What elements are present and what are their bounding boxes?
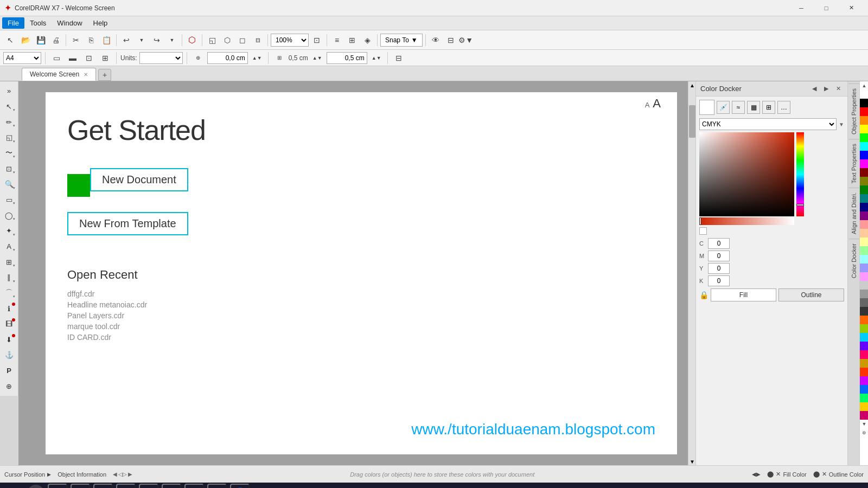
color-palette-btn[interactable]: ▦ <box>747 101 760 114</box>
undo-btn[interactable]: ↩ <box>119 33 133 47</box>
page-orient-landscape[interactable]: ▬ <box>66 51 80 65</box>
tb-btn-2[interactable]: ⬡ <box>220 33 234 47</box>
cmyk-y-input[interactable] <box>708 263 730 274</box>
tb-btn-3[interactable]: ◻ <box>235 33 250 47</box>
start-button[interactable]: ⊞ <box>4 484 24 488</box>
coord-up-btn[interactable]: ▲▼ <box>250 51 264 65</box>
palette-color-swatch[interactable] <box>860 394 868 402</box>
taskbar-powerpoint[interactable]: 📊 <box>162 484 181 488</box>
page-extra-btn[interactable]: ⊞ <box>98 51 112 65</box>
page-orient-portrait[interactable]: ▭ <box>49 51 63 65</box>
h-scroll-end-btn[interactable]: ◀▶ <box>752 471 761 477</box>
tool-text[interactable]: A▾ <box>2 239 17 254</box>
select-tool-btn[interactable]: ↖ <box>3 33 17 47</box>
h-scroll-left[interactable]: ◀ <box>113 471 117 477</box>
x-coord-input[interactable] <box>207 52 248 64</box>
snap-to-btn[interactable]: Snap To ▼ <box>380 34 423 47</box>
copy-btn[interactable]: ⎘ <box>84 33 98 47</box>
palette-color-swatch[interactable] <box>860 402 868 411</box>
eyedropper-btn[interactable]: 💉 <box>717 101 730 114</box>
tool-anchor[interactable]: ⚓ <box>2 348 17 363</box>
zoom-fit-btn[interactable]: ⊡ <box>310 33 324 47</box>
tb-btn-1[interactable]: ◱ <box>205 33 219 47</box>
color-gradient-field[interactable] <box>699 132 794 216</box>
palette-color-swatch[interactable] <box>860 229 868 237</box>
palette-color-swatch[interactable] <box>860 324 868 333</box>
tb-btn-4[interactable]: ⧈ <box>251 33 265 47</box>
taskbar-coreldraw[interactable]: ● <box>116 484 136 488</box>
color-hue-slider[interactable] <box>796 132 804 216</box>
tool-parallel[interactable]: ∥▾ <box>2 270 17 285</box>
h-scroll-arrows[interactable]: ◁▷ <box>118 471 127 477</box>
tool-connector[interactable]: ⌒▾ <box>2 286 17 301</box>
menu-window[interactable]: Window <box>52 17 87 29</box>
save-btn[interactable]: 💾 <box>34 33 48 47</box>
taskbar-file-explorer[interactable]: 📁 <box>48 484 67 488</box>
palette-color-swatch[interactable] <box>860 385 868 394</box>
docker-navigate-right[interactable]: ▶ <box>821 84 831 94</box>
palette-color-swatch[interactable] <box>860 125 868 133</box>
palette-color-swatch[interactable] <box>860 246 868 255</box>
fill-button[interactable]: Fill <box>711 288 776 301</box>
size-up-btn[interactable]: ▲▼ <box>310 51 324 65</box>
tool-ellipse[interactable]: ◯▾ <box>2 208 17 223</box>
palette-color-swatch[interactable] <box>860 177 868 185</box>
palette-color-swatch[interactable] <box>860 168 868 177</box>
align-distribute-tab[interactable]: Align and Distri. <box>848 188 859 239</box>
menu-file[interactable]: File <box>2 17 24 29</box>
taskbar-app5[interactable]: 📌 <box>139 484 158 488</box>
color-mixer-btn[interactable]: ≈ <box>732 101 745 114</box>
view-btn-3[interactable]: ◈ <box>360 33 374 47</box>
palette-color-swatch[interactable] <box>860 368 868 376</box>
paste-btn[interactable]: 📋 <box>99 33 113 47</box>
taskbar-app2[interactable]: 🖥 <box>93 484 113 488</box>
color-docker-tab[interactable]: Color Docker <box>848 239 859 282</box>
palette-color-swatch[interactable] <box>860 90 868 99</box>
current-color-swatch[interactable] <box>699 100 714 115</box>
tool-select[interactable]: ↖▾ <box>2 99 17 114</box>
docker-navigate-left[interactable]: ◀ <box>809 84 819 94</box>
tab-welcome[interactable]: Welcome Screen ✕ <box>22 68 96 81</box>
menu-tools[interactable]: Tools <box>24 17 52 29</box>
page-size-select[interactable]: A4 <box>3 52 41 64</box>
color-checkbox[interactable] <box>699 227 707 235</box>
palette-color-swatch[interactable] <box>860 107 868 116</box>
tool-film[interactable]: 🎞 <box>2 317 17 332</box>
tool-chevron[interactable]: » <box>2 84 17 99</box>
palette-color-swatch[interactable] <box>860 194 868 203</box>
palette-color-swatch[interactable] <box>860 220 868 229</box>
cmyk-m-input[interactable] <box>708 251 730 261</box>
palette-color-swatch[interactable] <box>860 211 868 220</box>
cmyk-c-input[interactable] <box>708 238 730 249</box>
tool-polygon[interactable]: ✦▾ <box>2 223 17 239</box>
redo-dropdown[interactable]: ▼ <box>165 33 179 47</box>
tool-freehand[interactable]: ✏▾ <box>2 114 17 130</box>
close-button[interactable]: ✕ <box>839 0 864 16</box>
tool-smear[interactable]: 〜▾ <box>2 146 17 161</box>
color-model-select[interactable]: CMYK RGB HSB Lab <box>699 118 837 130</box>
recent-file-item[interactable]: marque tool.cdr <box>67 322 677 331</box>
palette-color-swatch[interactable] <box>860 307 868 316</box>
size-lock-btn[interactable]: ⊞ <box>272 51 286 65</box>
import-btn[interactable]: ⬡ <box>185 33 199 47</box>
palette-color-swatch[interactable] <box>860 342 868 350</box>
more-btn[interactable]: ⚙▼ <box>459 33 473 47</box>
scroll-thumb[interactable] <box>689 105 695 138</box>
transform-btn[interactable]: ⊟ <box>392 51 406 65</box>
palette-color-swatch[interactable] <box>860 151 868 159</box>
docker-close-btn[interactable]: ✕ <box>833 84 843 94</box>
cut-btn[interactable]: ✂ <box>69 33 83 47</box>
taskbar-search-btn[interactable]: 🔍 <box>27 485 44 488</box>
tool-p[interactable]: P <box>2 363 17 378</box>
recent-file-item[interactable]: ID CARD.cdr <box>67 333 677 342</box>
palette-nav-down[interactable]: ▼ <box>860 420 868 428</box>
units-select[interactable]: cm mm inches <box>139 52 183 64</box>
outline-button[interactable]: Outline <box>778 288 844 301</box>
redo-btn[interactable]: ↪ <box>150 33 164 47</box>
tool-zoom[interactable]: 🔍▾ <box>2 177 17 192</box>
palette-nav-up[interactable]: ▲ <box>860 81 868 90</box>
palette-color-swatch[interactable] <box>860 99 868 107</box>
new-document-button[interactable]: New Document <box>90 168 188 191</box>
y-coord-input[interactable] <box>327 52 367 64</box>
size-h-btn[interactable]: ▲▼ <box>369 51 384 65</box>
